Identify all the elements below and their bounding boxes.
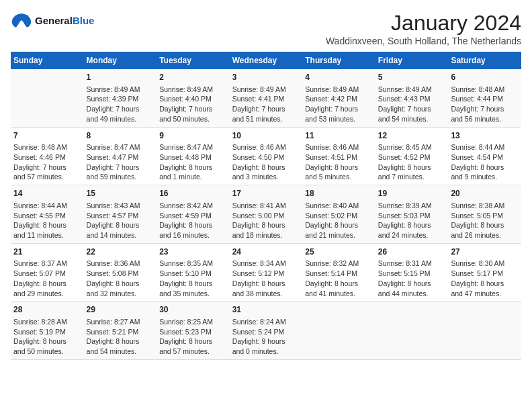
- calendar-cell: 16Sunrise: 8:42 AM Sunset: 4:59 PM Dayli…: [157, 185, 230, 244]
- calendar-cell: 29Sunrise: 8:27 AM Sunset: 5:21 PM Dayli…: [84, 302, 157, 360]
- calendar-cell: 30Sunrise: 8:25 AM Sunset: 5:23 PM Dayli…: [157, 302, 230, 360]
- day-number: 14: [13, 188, 81, 199]
- day-number: 31: [232, 304, 300, 316]
- page-header: GeneralBlue January 2024 Waddinxveen, So…: [11, 11, 521, 46]
- day-number: 7: [13, 130, 81, 142]
- day-number: 6: [451, 72, 519, 83]
- calendar-cell: 10Sunrise: 8:46 AM Sunset: 4:50 PM Dayli…: [230, 127, 303, 185]
- day-number: 11: [305, 130, 373, 142]
- calendar-cell: 14Sunrise: 8:44 AM Sunset: 4:55 PM Dayli…: [11, 185, 84, 244]
- day-number: 19: [378, 188, 446, 199]
- day-info: Sunrise: 8:47 AM Sunset: 4:47 PM Dayligh…: [87, 142, 154, 182]
- day-info: Sunrise: 8:48 AM Sunset: 4:44 PM Dayligh…: [451, 85, 519, 124]
- day-info: Sunrise: 8:49 AM Sunset: 4:39 PM Dayligh…: [87, 85, 154, 124]
- calendar-cell: 4Sunrise: 8:49 AM Sunset: 4:42 PM Daylig…: [302, 69, 375, 127]
- calendar-col-header: Wednesday: [230, 52, 303, 69]
- calendar-week-row: 21Sunrise: 8:37 AM Sunset: 5:07 PM Dayli…: [11, 243, 521, 302]
- calendar-cell: [302, 302, 375, 360]
- day-number: 8: [87, 130, 154, 142]
- calendar-cell: 1Sunrise: 8:49 AM Sunset: 4:39 PM Daylig…: [84, 69, 157, 127]
- calendar-cell: [448, 302, 521, 360]
- logo: GeneralBlue: [11, 11, 94, 30]
- calendar-cell: [11, 69, 84, 127]
- logo-icon: [11, 11, 32, 30]
- day-info: Sunrise: 8:45 AM Sunset: 4:52 PM Dayligh…: [378, 142, 446, 182]
- day-number: 20: [451, 188, 519, 199]
- day-number: 22: [87, 246, 154, 258]
- day-number: 26: [378, 246, 446, 258]
- day-info: Sunrise: 8:38 AM Sunset: 5:05 PM Dayligh…: [451, 201, 519, 240]
- day-number: 16: [159, 188, 227, 199]
- day-number: 23: [159, 246, 227, 258]
- day-number: 18: [305, 188, 373, 199]
- day-info: Sunrise: 8:49 AM Sunset: 4:41 PM Dayligh…: [232, 85, 300, 124]
- calendar-week-row: 1Sunrise: 8:49 AM Sunset: 4:39 PM Daylig…: [11, 69, 521, 127]
- day-number: 3: [232, 72, 300, 83]
- day-number: 13: [451, 130, 519, 142]
- calendar-cell: 9Sunrise: 8:47 AM Sunset: 4:48 PM Daylig…: [157, 127, 230, 185]
- day-info: Sunrise: 8:34 AM Sunset: 5:12 PM Dayligh…: [232, 259, 300, 298]
- calendar-col-header: Monday: [84, 52, 157, 69]
- calendar-col-header: Sunday: [11, 52, 84, 69]
- day-info: Sunrise: 8:32 AM Sunset: 5:14 PM Dayligh…: [305, 259, 373, 298]
- location: Waddinxveen, South Holland, The Netherla…: [326, 36, 521, 46]
- day-number: 9: [159, 130, 227, 142]
- day-info: Sunrise: 8:39 AM Sunset: 5:03 PM Dayligh…: [378, 201, 446, 240]
- day-info: Sunrise: 8:43 AM Sunset: 4:57 PM Dayligh…: [87, 201, 154, 240]
- calendar-col-header: Friday: [375, 52, 449, 69]
- calendar-cell: 20Sunrise: 8:38 AM Sunset: 5:05 PM Dayli…: [448, 185, 521, 244]
- day-info: Sunrise: 8:40 AM Sunset: 5:02 PM Dayligh…: [305, 201, 373, 240]
- calendar-cell: [375, 302, 449, 360]
- day-info: Sunrise: 8:31 AM Sunset: 5:15 PM Dayligh…: [378, 259, 446, 298]
- calendar-cell: 8Sunrise: 8:47 AM Sunset: 4:47 PM Daylig…: [84, 127, 157, 185]
- day-number: 12: [378, 130, 446, 142]
- day-info: Sunrise: 8:49 AM Sunset: 4:43 PM Dayligh…: [378, 85, 446, 124]
- calendar-cell: 17Sunrise: 8:41 AM Sunset: 5:00 PM Dayli…: [230, 185, 303, 244]
- day-info: Sunrise: 8:46 AM Sunset: 4:50 PM Dayligh…: [232, 142, 300, 182]
- day-number: 24: [232, 246, 300, 258]
- calendar-body: 1Sunrise: 8:49 AM Sunset: 4:39 PM Daylig…: [11, 69, 521, 359]
- calendar-cell: 7Sunrise: 8:48 AM Sunset: 4:46 PM Daylig…: [11, 127, 84, 185]
- title-block: January 2024 Waddinxveen, South Holland,…: [326, 11, 521, 46]
- calendar-cell: 5Sunrise: 8:49 AM Sunset: 4:43 PM Daylig…: [375, 69, 449, 127]
- day-number: 28: [13, 304, 81, 316]
- day-info: Sunrise: 8:44 AM Sunset: 4:55 PM Dayligh…: [13, 201, 81, 240]
- day-number: 15: [87, 188, 154, 199]
- day-info: Sunrise: 8:41 AM Sunset: 5:00 PM Dayligh…: [232, 201, 300, 240]
- calendar-cell: 24Sunrise: 8:34 AM Sunset: 5:12 PM Dayli…: [230, 243, 303, 302]
- day-info: Sunrise: 8:24 AM Sunset: 5:24 PM Dayligh…: [232, 317, 300, 357]
- calendar-table: SundayMondayTuesdayWednesdayThursdayFrid…: [11, 52, 521, 360]
- day-info: Sunrise: 8:28 AM Sunset: 5:19 PM Dayligh…: [13, 317, 81, 357]
- calendar-header-row: SundayMondayTuesdayWednesdayThursdayFrid…: [11, 52, 521, 69]
- calendar-cell: 27Sunrise: 8:30 AM Sunset: 5:17 PM Dayli…: [448, 243, 521, 302]
- calendar-col-header: Tuesday: [157, 52, 230, 69]
- day-info: Sunrise: 8:49 AM Sunset: 4:40 PM Dayligh…: [159, 85, 227, 124]
- calendar-col-header: Saturday: [448, 52, 521, 69]
- day-info: Sunrise: 8:49 AM Sunset: 4:42 PM Dayligh…: [305, 85, 373, 124]
- calendar-cell: 26Sunrise: 8:31 AM Sunset: 5:15 PM Dayli…: [375, 243, 449, 302]
- calendar-cell: 2Sunrise: 8:49 AM Sunset: 4:40 PM Daylig…: [157, 69, 230, 127]
- day-info: Sunrise: 8:48 AM Sunset: 4:46 PM Dayligh…: [13, 142, 81, 182]
- calendar-cell: 3Sunrise: 8:49 AM Sunset: 4:41 PM Daylig…: [230, 69, 303, 127]
- calendar-cell: 21Sunrise: 8:37 AM Sunset: 5:07 PM Dayli…: [11, 243, 84, 302]
- month-title: January 2024: [326, 11, 521, 36]
- calendar-cell: 22Sunrise: 8:36 AM Sunset: 5:08 PM Dayli…: [84, 243, 157, 302]
- calendar-week-row: 7Sunrise: 8:48 AM Sunset: 4:46 PM Daylig…: [11, 127, 521, 185]
- day-info: Sunrise: 8:35 AM Sunset: 5:10 PM Dayligh…: [159, 259, 227, 298]
- calendar-cell: 13Sunrise: 8:44 AM Sunset: 4:54 PM Dayli…: [448, 127, 521, 185]
- calendar-cell: 19Sunrise: 8:39 AM Sunset: 5:03 PM Dayli…: [375, 185, 449, 244]
- day-number: 17: [232, 188, 300, 199]
- day-info: Sunrise: 8:44 AM Sunset: 4:54 PM Dayligh…: [451, 142, 519, 182]
- day-info: Sunrise: 8:47 AM Sunset: 4:48 PM Dayligh…: [159, 142, 227, 182]
- day-info: Sunrise: 8:46 AM Sunset: 4:51 PM Dayligh…: [305, 142, 373, 182]
- day-number: 27: [451, 246, 519, 258]
- calendar-week-row: 28Sunrise: 8:28 AM Sunset: 5:19 PM Dayli…: [11, 302, 521, 360]
- day-number: 21: [13, 246, 81, 258]
- day-info: Sunrise: 8:30 AM Sunset: 5:17 PM Dayligh…: [451, 259, 519, 298]
- calendar-cell: 28Sunrise: 8:28 AM Sunset: 5:19 PM Dayli…: [11, 302, 84, 360]
- calendar-week-row: 14Sunrise: 8:44 AM Sunset: 4:55 PM Dayli…: [11, 185, 521, 244]
- day-info: Sunrise: 8:37 AM Sunset: 5:07 PM Dayligh…: [13, 259, 81, 298]
- logo-text: GeneralBlue: [35, 15, 94, 26]
- day-info: Sunrise: 8:36 AM Sunset: 5:08 PM Dayligh…: [87, 259, 154, 298]
- day-number: 30: [159, 304, 227, 316]
